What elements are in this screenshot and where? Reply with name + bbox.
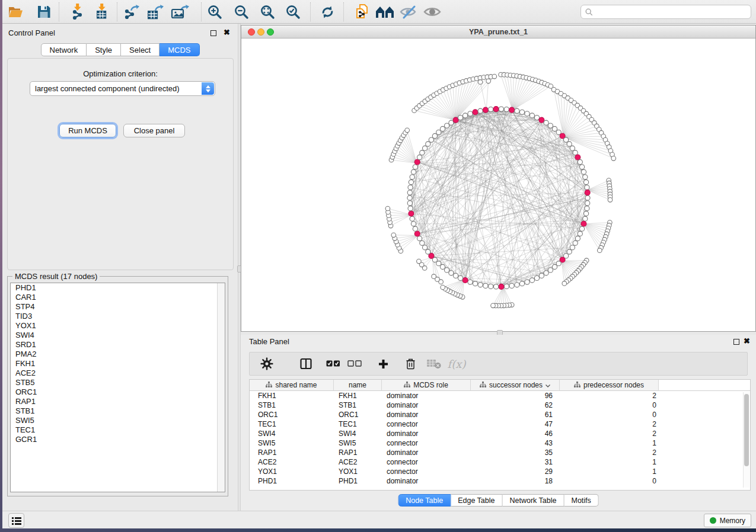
- network-graph-svg[interactable]: [241, 39, 755, 331]
- table-cell[interactable]: PHD1: [334, 476, 382, 486]
- table-cell[interactable]: FKH1: [334, 391, 382, 400]
- control-panel-close-icon[interactable]: ✖: [224, 28, 230, 37]
- table-cell[interactable]: 2: [560, 429, 659, 438]
- table-cell[interactable]: 61: [471, 410, 560, 419]
- table-cell[interactable]: SWI5: [250, 438, 334, 448]
- column-header-MCDS-role[interactable]: MCDS role: [382, 380, 471, 391]
- table-cell[interactable]: FKH1: [250, 391, 334, 400]
- column-header-shared-name[interactable]: shared name: [250, 380, 334, 391]
- control-panel-float-icon[interactable]: [210, 30, 216, 36]
- tab-select[interactable]: Select: [121, 43, 160, 56]
- import-network-icon[interactable]: [67, 2, 88, 21]
- add-column-icon[interactable]: [374, 355, 392, 373]
- table-row[interactable]: STB1STB1dominator620: [250, 400, 750, 410]
- open-file-icon[interactable]: [5, 2, 26, 21]
- mcds-result-item[interactable]: SRD1: [11, 340, 225, 350]
- column-header-successor-nodes[interactable]: successor nodes: [471, 380, 560, 391]
- select-all-icon[interactable]: [324, 355, 342, 373]
- first-neighbors-icon[interactable]: [374, 2, 395, 21]
- table-cell[interactable]: 46: [471, 429, 560, 438]
- export-network-icon[interactable]: [121, 2, 142, 21]
- table-cell[interactable]: 35: [471, 448, 560, 457]
- network-window-titlebar[interactable]: YPA_prune.txt_1: [241, 25, 755, 39]
- table-row[interactable]: TEC1TEC1connector472: [250, 419, 750, 429]
- mcds-result-item[interactable]: CAR1: [11, 293, 225, 302]
- table-cell[interactable]: SWI5: [334, 438, 382, 448]
- table-row[interactable]: SWI5SWI5connector431: [250, 438, 750, 448]
- mcds-result-item[interactable]: STB5: [11, 378, 225, 387]
- automation-panel-button[interactable]: [8, 513, 24, 528]
- zoom-selected-icon[interactable]: [282, 2, 304, 21]
- search-input[interactable]: [596, 8, 751, 16]
- table-panel-close-icon[interactable]: ✖: [744, 336, 750, 345]
- run-mcds-button[interactable]: Run MCDS: [59, 124, 116, 137]
- table-cell[interactable]: ORC1: [334, 410, 382, 419]
- mcds-result-item[interactable]: GCR1: [11, 435, 225, 444]
- refresh-icon[interactable]: [317, 2, 338, 21]
- table-cell[interactable]: 43: [471, 438, 560, 448]
- search-field[interactable]: [580, 5, 751, 19]
- table-cell[interactable]: 1: [560, 457, 659, 467]
- table-cell[interactable]: connector: [382, 457, 471, 467]
- table-cell[interactable]: 18: [471, 476, 560, 486]
- table-cell[interactable]: STB1: [250, 400, 334, 410]
- table-cell[interactable]: SWI4: [250, 429, 334, 438]
- table-cell[interactable]: dominator: [382, 429, 471, 438]
- mcds-result-item[interactable]: STP4: [11, 302, 225, 312]
- mcds-result-item[interactable]: TID3: [11, 312, 225, 321]
- save-session-icon[interactable]: [33, 2, 55, 21]
- mcds-result-item[interactable]: YOX1: [11, 321, 225, 331]
- mcds-result-item[interactable]: PHD1: [11, 283, 225, 293]
- table-row[interactable]: SWI4SWI4dominator462: [250, 429, 750, 438]
- table-scrollbar[interactable]: [743, 392, 749, 488]
- mcds-result-item[interactable]: SWI4: [11, 331, 225, 340]
- table-cell[interactable]: 47: [471, 419, 560, 429]
- mcds-result-item[interactable]: FKH1: [11, 359, 225, 368]
- table-cell[interactable]: PHD1: [250, 476, 334, 486]
- mcds-result-item[interactable]: STB1: [11, 406, 225, 416]
- table-panel-float-icon[interactable]: [733, 339, 739, 345]
- table-row[interactable]: FKH1FKH1dominator962: [250, 391, 750, 400]
- new-network-from-selection-icon[interactable]: [352, 2, 373, 21]
- table-cell[interactable]: 0: [560, 410, 659, 419]
- hide-selected-icon[interactable]: [398, 2, 419, 21]
- optimization-criterion-select[interactable]: largest connected component (undirected): [30, 81, 215, 96]
- table-cell[interactable]: 0: [560, 400, 659, 410]
- table-cell[interactable]: connector: [382, 467, 471, 476]
- table-row[interactable]: ACE2ACE2connector311: [250, 457, 750, 467]
- table-cell[interactable]: 31: [471, 457, 560, 467]
- mcds-result-item[interactable]: PMA2: [11, 350, 225, 359]
- network-canvas[interactable]: [241, 39, 755, 331]
- table-row[interactable]: RAP1RAP1dominator352: [250, 448, 750, 457]
- mcds-result-item[interactable]: ORC1: [11, 387, 225, 397]
- table-cell[interactable]: 1: [560, 467, 659, 476]
- table-cell[interactable]: connector: [382, 438, 471, 448]
- delete-column-icon[interactable]: [401, 355, 419, 373]
- tab-mcds[interactable]: MCDS: [160, 43, 199, 56]
- export-table-icon[interactable]: [145, 2, 166, 21]
- mcds-result-item[interactable]: TEC1: [11, 425, 225, 435]
- table-cell[interactable]: STB1: [334, 400, 382, 410]
- zoom-fit-icon[interactable]: [257, 2, 278, 21]
- import-table-icon[interactable]: [91, 2, 113, 21]
- tab-edge-table[interactable]: Edge Table: [451, 494, 502, 507]
- column-header-predecessor-nodes[interactable]: predecessor nodes: [560, 380, 659, 391]
- table-cell[interactable]: TEC1: [250, 419, 334, 429]
- table-cell[interactable]: connector: [382, 419, 471, 429]
- table-cell[interactable]: 0: [560, 476, 659, 486]
- table-cell[interactable]: TEC1: [334, 419, 382, 429]
- gear-icon[interactable]: [258, 355, 276, 373]
- table-row[interactable]: PHD1PHD1dominator180: [250, 476, 750, 486]
- table-cell[interactable]: 96: [471, 391, 560, 400]
- zoom-in-icon[interactable]: [204, 2, 225, 21]
- close-panel-button[interactable]: Close panel: [123, 124, 185, 137]
- tab-node-table[interactable]: Node Table: [398, 494, 451, 507]
- window-minimize-icon[interactable]: [257, 28, 264, 36]
- mcds-result-list[interactable]: PHD1CAR1STP4TID3YOX1SWI4SRD1PMA2FKH1ACE2…: [10, 283, 225, 492]
- tab-network-table[interactable]: Network Table: [503, 494, 564, 507]
- show-all-icon[interactable]: [422, 2, 443, 21]
- table-cell[interactable]: dominator: [382, 476, 471, 486]
- table-cell[interactable]: ACE2: [334, 457, 382, 467]
- table-row[interactable]: ORC1ORC1dominator610: [250, 410, 750, 419]
- mcds-result-item[interactable]: SWI5: [11, 416, 225, 425]
